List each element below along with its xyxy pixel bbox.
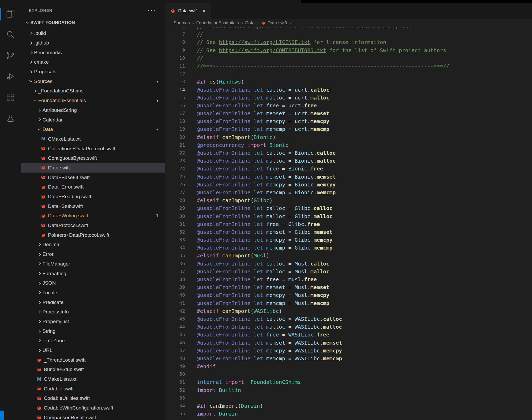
tree-file-data-error-swift[interactable]: Data+Error.swift <box>21 182 165 192</box>
code-line-11[interactable]: 11//===---------------------------------… <box>165 62 532 70</box>
code-line-46[interactable]: 46@usableFromInline let memset = WASILib… <box>165 339 532 347</box>
tree-folder-sources[interactable]: Sources● <box>21 76 165 86</box>
code-line-49[interactable]: 49#endif <box>165 362 532 370</box>
tree-folder-foundationessentials[interactable]: FoundationEssentials● <box>21 96 165 106</box>
code-line-44[interactable]: 44@usableFromInline let malloc = WASILib… <box>165 323 532 331</box>
tree-folder-propertylist[interactable]: PropertyList <box>21 317 165 327</box>
activity-explorer-button[interactable] <box>0 4 21 25</box>
tree-folder-processinfo[interactable]: ProcessInfo <box>21 307 165 317</box>
code-line-24[interactable]: 24@usableFromInline let free = Bionic.fr… <box>165 165 532 173</box>
code-line-7[interactable]: 7// <box>165 30 532 38</box>
code-line-8[interactable]: 8// See https://swift.org/LICENSE.txt fo… <box>165 38 532 46</box>
tree-folder-build[interactable]: .build <box>21 29 165 38</box>
code-line-41[interactable]: 41@usableFromInline let memcmp = Musl.me… <box>165 299 532 307</box>
section-swift-foundation[interactable]: SWIFT-FOUNDATION <box>21 17 165 29</box>
code-line-19[interactable]: 19@usableFromInline let memcmp = ucrt.me… <box>165 125 532 133</box>
tree-folder-timezone[interactable]: TimeZone <box>21 336 165 346</box>
breadcrumb-item-data[interactable]: Data <box>245 20 255 26</box>
tree-file-contiguousbytes-swift[interactable]: ContiguousBytes.swift <box>21 153 165 163</box>
tab-data-swift[interactable]: Data.swift × <box>165 3 211 19</box>
code-line-37[interactable]: 37@usableFromInline let malloc = Musl.ma… <box>165 268 532 275</box>
tree-file-codable-swift[interactable]: Codable.swift <box>21 384 165 394</box>
tree-file-cmakelists-txt[interactable]: MCMakeLists.txt <box>21 134 165 144</box>
code-line-38[interactable]: 38@usableFromInline let free = Musl.free <box>165 275 532 283</box>
code-line-29[interactable]: 29@usableFromInline let calloc = Glibc.c… <box>165 204 532 212</box>
code-line-22[interactable]: 22@usableFromInline let calloc = Bionic.… <box>165 149 532 157</box>
code-line-31[interactable]: 31@usableFromInline let free = Glibc.fre… <box>165 220 532 228</box>
tree-file-comparisonresult-swift[interactable]: ComparisonResult.swift <box>21 413 165 420</box>
code-line-30[interactable]: 30@usableFromInline let malloc = Glibc.m… <box>165 212 532 220</box>
code-line-28[interactable]: 28#elseif canImport(Glibc) <box>165 196 532 204</box>
tree-folder-benchmarks[interactable]: Benchmarks <box>21 48 165 57</box>
tree-folder-formatting[interactable]: Formatting <box>21 269 165 278</box>
code-line-27[interactable]: 27@usableFromInline let memcmp = Bionic.… <box>165 189 532 196</box>
code-line-55[interactable]: 55import Darwin <box>165 410 532 418</box>
tree-folder-string[interactable]: String <box>21 326 165 336</box>
tree-file-cmakelists-txt[interactable]: MCMakeLists.txt <box>21 374 165 384</box>
tree-file-threadlocal-swift[interactable]: _ThreadLocal.swift <box>21 355 165 365</box>
code-line-14[interactable]: 14@usableFromInline let calloc = ucrt.ca… <box>165 86 532 94</box>
tree-folder-attributedstring[interactable]: AttributedString <box>21 106 165 115</box>
close-icon[interactable]: × <box>202 8 206 14</box>
tree-file-data-stub-swift[interactable]: Data+Stub.swift <box>21 201 165 211</box>
tree-folder-proposals[interactable]: Proposals <box>21 67 165 77</box>
tree-folder-predicate[interactable]: Predicate <box>21 297 165 307</box>
code-line-9[interactable]: 9// See https://swift.org/CONTRIBUTORS.t… <box>165 46 532 54</box>
code-line-43[interactable]: 43@usableFromInline let calloc = WASILib… <box>165 315 532 323</box>
tree-folder-github[interactable]: .github <box>21 38 165 48</box>
tree-folder-json[interactable]: JSON <box>21 278 165 288</box>
tree-folder-data[interactable]: Data● <box>21 125 165 134</box>
code-line-15[interactable]: 15@usableFromInline let malloc = ucrt.ma… <box>165 94 532 102</box>
code-line-42[interactable]: 42#elseif canImport(WASILibc) <box>165 307 532 315</box>
code-line-25[interactable]: 25@usableFromInline let memset = Bionic.… <box>165 173 532 181</box>
code-line-12[interactable]: 12 <box>165 70 532 78</box>
activity-extensions-button[interactable] <box>0 87 21 108</box>
activity-run-debug-button[interactable] <box>0 67 21 87</box>
code-line-36[interactable]: 36@usableFromInline let calloc = Musl.ca… <box>165 260 532 268</box>
code-line-6[interactable]: 6// Licensed under Apache License v2.0 w… <box>165 27 532 30</box>
activity-testing-button[interactable] <box>0 108 21 129</box>
code-editor[interactable]: 6// Licensed under Apache License v2.0 w… <box>165 27 532 420</box>
tree-folder-foundationcshims[interactable]: _FoundationCShims <box>21 86 165 96</box>
breadcrumb-item-sources[interactable]: Sources <box>173 20 190 26</box>
tree-folder-decimal[interactable]: Decimal <box>21 240 165 250</box>
breadcrumb-item-[interactable]: ... <box>294 20 297 26</box>
code-line-13[interactable]: 13#if os(Windows) <box>165 78 532 86</box>
code-line-47[interactable]: 47@usableFromInline let memcpy = WASILib… <box>165 347 532 355</box>
code-line-40[interactable]: 40@usableFromInline let memcpy = Musl.me… <box>165 291 532 299</box>
tree-folder-filemanager[interactable]: FileManager <box>21 259 165 269</box>
tree-file-dataprotocol-swift[interactable]: DataProtocol.swift <box>21 221 165 230</box>
code-line-45[interactable]: 45@usableFromInline let free = WASILibc.… <box>165 331 532 339</box>
tree-file-data-swift[interactable]: Data.swift <box>21 163 165 173</box>
activity-search-button[interactable] <box>0 25 21 46</box>
tree-folder-cmake[interactable]: cmake <box>21 57 165 67</box>
code-line-17[interactable]: 17@usableFromInline let memset = ucrt.me… <box>165 109 532 117</box>
code-line-21[interactable]: 21@preconcurrency import Bionic <box>165 141 532 149</box>
code-line-23[interactable]: 23@usableFromInline let malloc = Bionic.… <box>165 157 532 165</box>
code-line-18[interactable]: 18@usableFromInline let memcpy = ucrt.me… <box>165 117 532 125</box>
code-line-50[interactable]: 50 <box>165 370 532 378</box>
code-line-56[interactable]: 56 <box>165 418 532 420</box>
tree-file-data-reading-swift[interactable]: Data+Reading.swift <box>21 192 165 202</box>
tree-file-codablewithconfiguration-swift[interactable]: CodableWithConfiguration.swift <box>21 403 165 413</box>
tree-folder-url[interactable]: URL <box>21 346 165 355</box>
tree-file-codableutilities-swift[interactable]: CodableUtilities.swift <box>21 394 165 403</box>
code-line-33[interactable]: 33@usableFromInline let memcpy = Glibc.m… <box>165 236 532 244</box>
breadcrumb-item-data-swift[interactable]: Data.swift <box>261 20 287 26</box>
tree-folder-error[interactable]: Error <box>21 250 165 259</box>
code-line-54[interactable]: 54#if canImport(Darwin) <box>165 402 532 410</box>
tree-file-data-writing-swift[interactable]: Data+Writing.swift1 <box>21 211 165 221</box>
code-line-48[interactable]: 48@usableFromInline let memcmp = WASILib… <box>165 355 532 362</box>
code-line-10[interactable]: 10// <box>165 54 532 62</box>
tree-file-bundle-stub-swift[interactable]: Bundle+Stub.swift <box>21 365 165 374</box>
activity-source-control-button[interactable] <box>0 46 21 67</box>
code-line-20[interactable]: 20#elseif canImport(Bionic) <box>165 133 532 141</box>
code-line-39[interactable]: 39@usableFromInline let memset = Musl.me… <box>165 283 532 291</box>
tree-folder-locale[interactable]: Locale <box>21 288 165 298</box>
tree-folder-calendar[interactable]: Calendar <box>21 115 165 125</box>
tree-file-pointers-dataprotocol-swift[interactable]: Pointers+DataProtocol.swift <box>21 230 165 240</box>
breadcrumb-item-foundationessentials[interactable]: FoundationEssentials <box>196 20 239 26</box>
tree-file-data-base64-swift[interactable]: Data+Base64.swift <box>21 173 165 182</box>
code-line-52[interactable]: 52import Builtin <box>165 386 532 394</box>
more-actions-icon[interactable]: ··· <box>148 9 156 12</box>
